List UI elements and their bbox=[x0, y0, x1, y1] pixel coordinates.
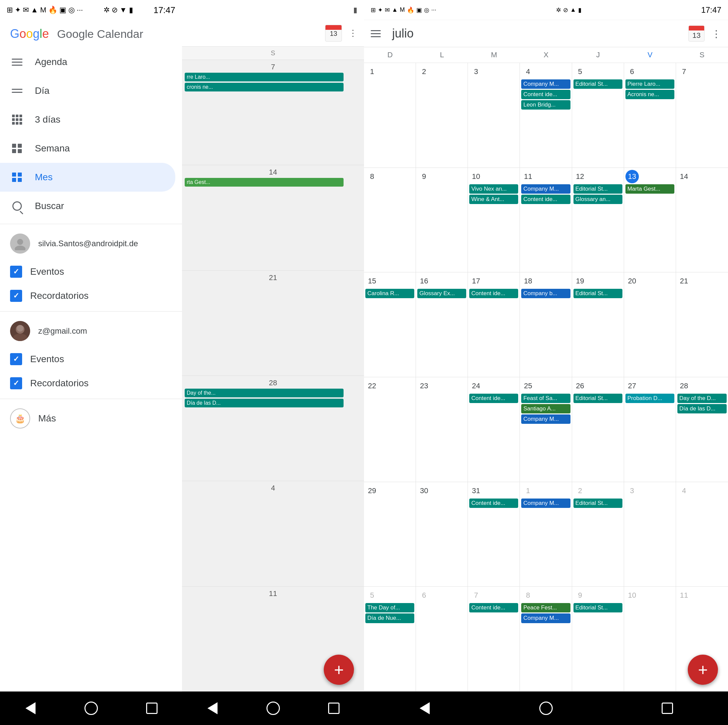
cal-day-14[interactable]: 14 bbox=[676, 168, 728, 272]
back-button-right[interactable] bbox=[414, 698, 435, 718]
account1-recordatorios[interactable]: Recordatorios bbox=[0, 284, 182, 308]
cal-day-aug5[interactable]: 5 The Day of... Día de Nue... bbox=[364, 587, 416, 691]
cal-day-11[interactable]: 11 Company M... Content ide... bbox=[520, 168, 572, 272]
cal-day-7[interactable]: 7 bbox=[676, 63, 728, 168]
event-6-0[interactable]: Pierre Laro... bbox=[626, 79, 674, 89]
cal-day-17[interactable]: 17 Content ide... bbox=[468, 272, 520, 377]
menu-button[interactable] bbox=[371, 26, 385, 41]
event-4-0[interactable]: Company M... bbox=[521, 79, 570, 89]
recents-button-middle[interactable] bbox=[324, 698, 344, 718]
header-calendar-icon[interactable]: 13 bbox=[688, 26, 705, 41]
event-10-1[interactable]: Wine & Ant... bbox=[469, 195, 518, 204]
checkbox-eventos2[interactable] bbox=[10, 353, 22, 365]
event-aug9-0[interactable]: Editorial St... bbox=[574, 603, 622, 612]
nav-item-semana[interactable]: Semana bbox=[0, 134, 175, 163]
account1-eventos[interactable]: Eventos bbox=[0, 259, 182, 284]
cal-day-30[interactable]: 30 bbox=[416, 482, 468, 587]
fab-right[interactable]: + bbox=[688, 655, 718, 685]
cal-day-31[interactable]: 31 Content ide... bbox=[468, 482, 520, 587]
cal-day-24[interactable]: 24 Content ide... bbox=[468, 377, 520, 482]
mid-event-3-1[interactable]: Día de las D... bbox=[185, 399, 344, 408]
event-28-1[interactable]: Día de las D... bbox=[678, 404, 726, 414]
checkbox-eventos1[interactable] bbox=[10, 266, 22, 278]
event-6-1[interactable]: Acronis ne... bbox=[626, 90, 674, 99]
event-25-2[interactable]: Company M... bbox=[521, 414, 570, 424]
event-11-1[interactable]: Content ide... bbox=[521, 195, 570, 204]
nav-item-agenda[interactable]: Agenda bbox=[0, 47, 175, 76]
event-26-0[interactable]: Editorial St... bbox=[574, 394, 622, 403]
cal-day-13[interactable]: 13 Marta Gest... bbox=[624, 168, 676, 272]
event-19-0[interactable]: Editorial St... bbox=[574, 289, 622, 298]
event-13-0[interactable]: Marta Gest... bbox=[626, 184, 674, 194]
recents-button-left[interactable] bbox=[142, 698, 162, 718]
cal-day-aug8[interactable]: 8 Peace Fest... Company M... bbox=[520, 587, 572, 691]
nav-item-buscar[interactable]: Buscar bbox=[0, 192, 175, 220]
cal-day-aug6[interactable]: 6 bbox=[416, 587, 468, 691]
cal-day-aug7[interactable]: 7 Content ide... bbox=[468, 587, 520, 691]
cal-day-6[interactable]: 6 Pierre Laro... Acronis ne... bbox=[624, 63, 676, 168]
cal-day-20[interactable]: 20 bbox=[624, 272, 676, 377]
checkbox-recordatorios2[interactable] bbox=[10, 377, 22, 389]
cal-day-aug4[interactable]: 4 bbox=[676, 482, 728, 587]
mid-event-3-0[interactable]: Day of the... bbox=[185, 389, 344, 397]
mas-item[interactable]: 🎂 Más bbox=[0, 402, 182, 435]
cal-day-2[interactable]: 2 bbox=[416, 63, 468, 168]
cal-day-9[interactable]: 9 bbox=[416, 168, 468, 272]
cal-day-19[interactable]: 19 Editorial St... bbox=[572, 272, 624, 377]
event-25-1[interactable]: Santiago A... bbox=[521, 404, 570, 414]
nav-item-mes[interactable]: Mes bbox=[0, 163, 175, 192]
event-aug5-1[interactable]: Día de Nue... bbox=[366, 614, 414, 623]
nav-item-3dias[interactable]: 3 días bbox=[0, 105, 175, 134]
cal-day-16[interactable]: 16 Glossary Ex... bbox=[416, 272, 468, 377]
event-aug5-0[interactable]: The Day of... bbox=[366, 603, 414, 612]
event-18-0[interactable]: Company b... bbox=[521, 289, 570, 298]
cal-day-aug2[interactable]: 2 Editorial St... bbox=[572, 482, 624, 587]
cal-day-27[interactable]: 27 Probation D... bbox=[624, 377, 676, 482]
event-28-0[interactable]: Day of the D... bbox=[678, 394, 726, 403]
more-menu-button[interactable]: ⋮ bbox=[711, 28, 721, 40]
event-aug8-1[interactable]: Company M... bbox=[521, 614, 570, 623]
mid-event-0-1[interactable]: cronis ne... bbox=[185, 83, 344, 92]
account2-eventos[interactable]: Eventos bbox=[0, 347, 182, 371]
event-16-0[interactable]: Glossary Ex... bbox=[417, 289, 466, 298]
cal-day-4[interactable]: 4 Company M... Content ide... Leon Bridg… bbox=[520, 63, 572, 168]
recents-button-right[interactable] bbox=[657, 698, 678, 718]
event-11-0[interactable]: Company M... bbox=[521, 184, 570, 194]
event-5-0[interactable]: Editorial St... bbox=[574, 79, 622, 89]
cal-day-aug1[interactable]: 1 Company M... bbox=[520, 482, 572, 587]
cal-day-10[interactable]: 10 Vivo Nex an... Wine & Ant... bbox=[468, 168, 520, 272]
back-button-left[interactable] bbox=[20, 698, 41, 718]
cal-day-12[interactable]: 12 Editorial St... Glossary an... bbox=[572, 168, 624, 272]
more-icon-mid[interactable]: ⋮ bbox=[349, 28, 357, 38]
event-24-0[interactable]: Content ide... bbox=[469, 394, 518, 403]
event-17-0[interactable]: Content ide... bbox=[469, 289, 518, 298]
cal-day-15[interactable]: 15 Carolina R... bbox=[364, 272, 416, 377]
event-25-0[interactable]: Feast of Sa... bbox=[521, 394, 570, 403]
cal-day-3[interactable]: 3 bbox=[468, 63, 520, 168]
back-button-middle[interactable] bbox=[202, 698, 223, 718]
event-4-1[interactable]: Content ide... bbox=[521, 90, 570, 99]
event-10-0[interactable]: Vivo Nex an... bbox=[469, 184, 518, 194]
home-button-left[interactable] bbox=[81, 698, 101, 718]
event-aug2-0[interactable]: Editorial St... bbox=[574, 499, 622, 508]
mid-event-0-0[interactable]: rre Laro... bbox=[185, 73, 344, 81]
event-12-0[interactable]: Editorial St... bbox=[574, 184, 622, 194]
cal-day-aug10[interactable]: 10 bbox=[624, 587, 676, 691]
cal-day-8[interactable]: 8 bbox=[364, 168, 416, 272]
cal-day-aug9[interactable]: 9 Editorial St... bbox=[572, 587, 624, 691]
cal-day-29[interactable]: 29 bbox=[364, 482, 416, 587]
cal-day-aug3[interactable]: 3 bbox=[624, 482, 676, 587]
mid-event-1-0[interactable]: rta Gest... bbox=[185, 178, 344, 186]
event-31-0[interactable]: Content ide... bbox=[469, 499, 518, 508]
cal-day-22[interactable]: 22 bbox=[364, 377, 416, 482]
nav-item-dia[interactable]: Día bbox=[0, 76, 175, 105]
event-aug7-0[interactable]: Content ide... bbox=[469, 603, 518, 612]
cal-day-5[interactable]: 5 Editorial St... bbox=[572, 63, 624, 168]
event-12-1[interactable]: Glossary an... bbox=[574, 195, 622, 204]
checkbox-recordatorios1[interactable] bbox=[10, 290, 22, 302]
account2-recordatorios[interactable]: Recordatorios bbox=[0, 371, 182, 395]
event-aug8-0[interactable]: Peace Fest... bbox=[521, 603, 570, 612]
event-4-2[interactable]: Leon Bridg... bbox=[521, 100, 570, 110]
fab-middle[interactable]: + bbox=[324, 655, 354, 685]
cal-day-21[interactable]: 21 bbox=[676, 272, 728, 377]
